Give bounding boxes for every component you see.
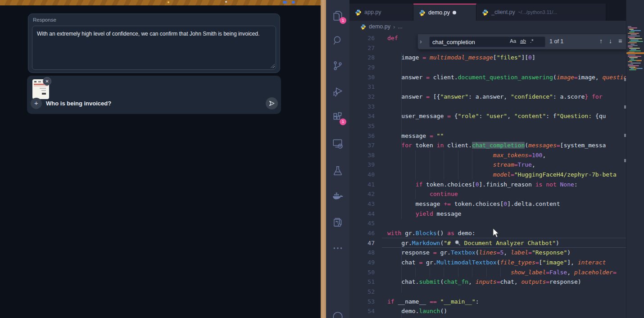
code-line[interactable]: 41 if token.choices[0].finish_reason is … <box>349 180 626 190</box>
modified-dot-icon[interactable] <box>453 11 456 14</box>
line-number[interactable]: 41 <box>349 180 375 190</box>
code-line[interactable]: 35 <box>349 121 626 131</box>
breadcrumb-more[interactable]: ... <box>398 23 402 30</box>
code-line[interactable]: 43 message += token.choices[0].delta.con… <box>349 199 626 209</box>
find-next-button[interactable]: ↓ <box>609 37 612 45</box>
line-number[interactable]: 46 <box>349 228 375 238</box>
line-number[interactable]: 51 <box>349 277 375 287</box>
line-number[interactable]: 36 <box>349 131 375 141</box>
line-number[interactable]: 47 <box>349 238 375 248</box>
docker-icon[interactable] <box>332 191 344 203</box>
code-line[interactable]: 40 model="HuggingFaceH4/zephyr-7b-beta <box>349 170 626 180</box>
line-number[interactable]: 49 <box>349 258 375 268</box>
code-text[interactable]: chat = gr.MultimodalTextbox(file_types=[… <box>387 258 606 268</box>
code-text[interactable]: max_tokens=100, <box>387 150 546 160</box>
code-line[interactable]: 53if __name__ == "__main__": <box>349 297 626 307</box>
line-number[interactable]: 52 <box>349 287 375 297</box>
code-line[interactable]: 28 image = multimodal_message["files"][0… <box>349 53 626 63</box>
code-line[interactable]: 45 <box>349 218 626 228</box>
code-line[interactable]: 55 <box>349 316 626 318</box>
line-number[interactable]: 45 <box>349 218 375 228</box>
code-line[interactable]: 31 <box>349 82 626 92</box>
code-line[interactable]: 30 answer = client.document_question_ans… <box>349 73 626 82</box>
code-line[interactable]: 49 chat = gr.MultimodalTextbox(file_type… <box>349 258 626 268</box>
find-in-selection-button[interactable]: ≡ <box>618 37 622 45</box>
code-text[interactable]: yield message <box>387 209 461 219</box>
code-text[interactable]: with gr.Blocks() as demo: <box>387 228 476 238</box>
source-control-icon[interactable] <box>332 60 344 72</box>
code-line[interactable]: 36 message = "" <box>349 131 626 141</box>
line-number[interactable]: 26 <box>349 33 375 43</box>
find-previous-button[interactable]: ↑ <box>599 37 603 45</box>
line-number[interactable]: 44 <box>349 209 375 219</box>
code-text[interactable]: chat.submit(chat_fn, inputs=chat, output… <box>387 277 581 287</box>
container-tools-icon[interactable] <box>332 217 344 228</box>
line-number[interactable]: 40 <box>349 170 375 180</box>
tab-client-py[interactable]: _client.py ~/.../python3.11/... <box>476 4 606 21</box>
line-number[interactable]: 29 <box>349 63 375 73</box>
code-line[interactable]: 46with gr.Blocks() as demo: <box>349 228 626 238</box>
run-debug-icon[interactable] <box>332 86 344 97</box>
line-number[interactable]: 35 <box>349 121 375 131</box>
line-number[interactable]: 34 <box>349 111 375 121</box>
whole-word-button[interactable]: ab <box>520 38 526 44</box>
line-number[interactable]: 38 <box>349 150 375 160</box>
line-number[interactable]: 50 <box>349 268 375 277</box>
code-text[interactable]: message = "" <box>387 131 444 141</box>
search-icon[interactable] <box>332 35 344 46</box>
code-editor[interactable]: 26def2728 image = multimodal_message["fi… <box>349 33 626 318</box>
explorer-icon[interactable]: 1 <box>332 10 344 22</box>
tab-demo-py[interactable]: demo.py <box>413 4 476 21</box>
breadcrumb-file[interactable]: demo.py <box>369 23 390 30</box>
minimap[interactable] <box>626 0 644 318</box>
regex-button[interactable]: .* <box>530 38 534 44</box>
code-text[interactable]: continue <box>387 189 458 199</box>
line-number[interactable]: 33 <box>349 102 375 112</box>
code-text[interactable]: answer = client.document_question_answer… <box>387 73 626 82</box>
line-number[interactable]: 28 <box>349 53 375 63</box>
remove-attachment-button[interactable]: ✕ <box>43 77 51 86</box>
code-line[interactable]: 33 <box>349 102 626 112</box>
testing-beaker-icon[interactable] <box>332 165 344 177</box>
code-text[interactable]: gr.Markdown("# Document Analyzer Chatbot… <box>387 238 559 249</box>
response-textarea[interactable] <box>32 26 276 70</box>
code-line[interactable]: 32 answer = [{"answer": a.answer, "confi… <box>349 92 626 102</box>
code-line[interactable]: 52 <box>349 287 626 297</box>
code-text[interactable]: model="HuggingFaceH4/zephyr-7b-beta <box>387 170 617 180</box>
code-text[interactable]: for token in client.chat_completion(mess… <box>387 141 606 150</box>
code-text[interactable]: response = gr.Textbox(lines=5, label="Re… <box>387 248 571 258</box>
remote-explorer-icon[interactable] <box>332 138 344 150</box>
line-number[interactable]: 54 <box>349 306 375 316</box>
code-text[interactable]: if token.choices[0].finish_reason is not… <box>387 180 578 190</box>
line-number[interactable]: 53 <box>349 297 375 307</box>
code-line[interactable]: 48 response = gr.Textbox(lines=5, label=… <box>349 248 626 258</box>
code-line[interactable]: 42 continue <box>349 189 626 199</box>
code-text[interactable]: if __name__ == "__main__": <box>387 297 479 307</box>
line-number[interactable]: 32 <box>349 92 375 102</box>
code-line[interactable]: 29 <box>349 63 626 73</box>
line-number[interactable]: 31 <box>349 82 375 92</box>
code-text[interactable]: image = multimodal_message["files"][0] <box>387 53 535 63</box>
code-text[interactable]: demo.launch() <box>387 306 447 316</box>
extensions-icon[interactable]: 1 <box>332 111 344 123</box>
code-text[interactable]: def <box>387 33 398 43</box>
line-number[interactable]: 27 <box>349 43 375 53</box>
line-number[interactable]: 42 <box>349 189 375 199</box>
code-line[interactable]: 51 chat.submit(chat_fn, inputs=chat, out… <box>349 277 626 287</box>
more-actions-icon[interactable] <box>332 242 344 254</box>
line-number[interactable]: 39 <box>349 160 375 170</box>
code-line[interactable]: 37 for token in client.chat_completion(m… <box>349 141 626 150</box>
breadcrumb[interactable]: demo.py › ... <box>349 21 644 32</box>
code-text[interactable]: stream=True, <box>387 160 535 170</box>
account-icon[interactable] <box>332 311 344 318</box>
line-number[interactable]: 55 <box>349 316 375 318</box>
code-line[interactable]: 47 gr.Markdown("# Document Analyzer Chat… <box>349 238 626 248</box>
code-line[interactable]: 44 yield message <box>349 209 626 219</box>
toggle-replace-chevron-icon[interactable]: › <box>420 38 422 45</box>
tab-app-py[interactable]: app.py <box>349 4 413 21</box>
code-line[interactable]: 39 stream=True, <box>349 160 626 170</box>
send-button[interactable] <box>266 97 278 109</box>
match-case-button[interactable]: Aa <box>510 38 516 44</box>
chat-message-input[interactable]: Who is being invoiced? <box>46 100 111 107</box>
code-text[interactable]: show_label=False, placeholder= <box>387 268 617 277</box>
